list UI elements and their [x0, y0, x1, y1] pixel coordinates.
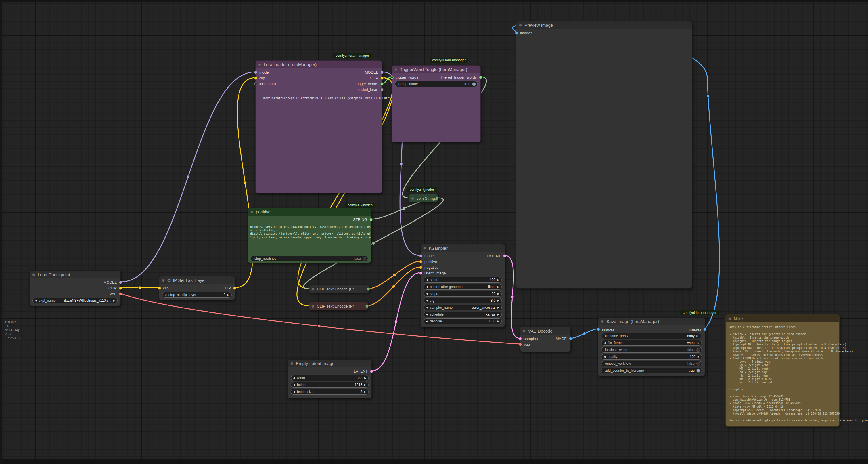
node-header-vae-decode[interactable]: VAE Decode: [520, 327, 570, 335]
node-header-note[interactable]: Note: [726, 315, 839, 322]
output-slot-CLIP[interactable]: [233, 287, 236, 290]
node-header-ksampler[interactable]: KSampler: [421, 244, 504, 252]
input-slot-negative[interactable]: [419, 266, 422, 269]
decrement-arrow-icon[interactable]: ◀: [424, 284, 430, 289]
increment-arrow-icon[interactable]: ▶: [495, 312, 501, 317]
widget-height[interactable]: ◀height1216▶: [291, 382, 369, 388]
toggle-knob[interactable]: [696, 362, 700, 366]
node-ksampler[interactable]: KSamplermodelpositivenegativelatent_imag…: [420, 244, 505, 327]
decrement-arrow-icon[interactable]: ◀: [291, 382, 297, 387]
collapse-toggle-icon[interactable]: [311, 288, 314, 291]
decrement-arrow-icon[interactable]: ◀: [424, 277, 430, 283]
widget-batch-size[interactable]: ◀batch_size3▶: [291, 389, 369, 395]
node-vae-decode[interactable]: VAE DecodesamplesvaeIMAGE: [520, 327, 571, 352]
toggle-knob[interactable]: [363, 257, 366, 261]
increment-arrow-icon[interactable]: ▶: [495, 319, 501, 324]
input-slot-positive[interactable]: [419, 260, 422, 263]
output-slot-trigger_words[interactable]: [380, 82, 383, 85]
output-slot-filtered_trigger_words[interactable]: [479, 76, 482, 79]
output-slot-VAE[interactable]: [119, 292, 122, 295]
output-slot-dot[interactable]: [365, 304, 369, 308]
node-note[interactable]: NoteAvailable filename_prefix Pattern Co…: [725, 314, 840, 427]
node-text-content[interactable]: Available filename_prefix Pattern Codes …: [730, 326, 868, 422]
input-slot-lora_stack[interactable]: [254, 82, 257, 85]
input-slot-images[interactable]: [515, 31, 518, 34]
decrement-arrow-icon[interactable]: ◀: [424, 305, 430, 310]
input-slot-clip[interactable]: [254, 77, 257, 80]
increment-arrow-icon[interactable]: ▶: [362, 375, 368, 381]
node-preview-image[interactable]: Preview Imageimages: [516, 21, 692, 289]
node-header-join-strings[interactable]: Join Strings: [408, 195, 438, 202]
decrement-arrow-icon[interactable]: ◀: [601, 340, 608, 346]
widget-stop-at-clip-layer[interactable]: ◀stop_at_clip_layer-2▶: [162, 292, 232, 298]
increment-arrow-icon[interactable]: ▶: [695, 354, 702, 359]
input-slot-model[interactable]: [419, 254, 422, 257]
decrement-arrow-icon[interactable]: ◀: [424, 319, 430, 324]
input-slot-model[interactable]: [254, 71, 257, 74]
widget-group-mode[interactable]: group_modetrue: [395, 81, 477, 87]
widget-steps[interactable]: ◀steps20▶: [424, 291, 502, 297]
widget-control-after-generate[interactable]: ◀control after generatefixed▶: [424, 284, 502, 290]
node-text-content[interactable]: <lora:CreateConcept_Illustrious:0.8> <lo…: [262, 96, 403, 100]
widget-add-counter-to-filename[interactable]: add_counter_to_filenametrue: [601, 368, 702, 373]
widget-lossless-webp[interactable]: lossless_webpfalse: [601, 347, 702, 353]
increment-arrow-icon[interactable]: ▶: [495, 291, 501, 296]
input-slot-images[interactable]: [597, 328, 600, 331]
output-slot-dot[interactable]: [367, 287, 370, 291]
output-slot-MODEL[interactable]: [380, 71, 383, 74]
widget-denoise[interactable]: ◀denoise1.00▶: [424, 318, 502, 324]
output-slot-dot[interactable]: [435, 197, 438, 200]
input-slot-latent_image[interactable]: [419, 271, 422, 275]
node-header-clip-set-last-layer[interactable]: CLIP Set Last Layer: [159, 277, 235, 284]
node-header-positive-prompt[interactable]: positive: [248, 208, 371, 216]
output-slot-IMAGE[interactable]: [569, 337, 572, 340]
node-header-clip-text-encode-negative[interactable]: CLIP Text Encode (Pr: [309, 302, 368, 310]
input-slot-vae[interactable]: [519, 343, 522, 346]
widget-quality[interactable]: ◀quality100▶: [601, 354, 702, 359]
increment-arrow-icon[interactable]: ▶: [495, 298, 501, 303]
increment-arrow-icon[interactable]: ▶: [111, 298, 117, 303]
node-clip-text-encode-negative[interactable]: CLIP Text Encode (Pr: [309, 302, 368, 310]
node-header-triggerword-toggle[interactable]: TriggerWord Toggle (LoraManager): [392, 65, 480, 74]
widget-seed[interactable]: ◀seed409▶: [424, 277, 502, 283]
increment-arrow-icon[interactable]: ▶: [495, 284, 501, 289]
node-save-image[interactable]: Save Image (LoraManager)imagesimagesfile…: [598, 317, 705, 376]
node-load-checkpoint[interactable]: Load CheckpointMODELCLIPVAE◀ckpt_nameil\…: [29, 270, 121, 306]
decrement-arrow-icon[interactable]: ◀: [291, 389, 297, 395]
toggle-knob[interactable]: [696, 348, 700, 352]
decrement-arrow-icon[interactable]: ◀: [424, 312, 430, 317]
output-slot-images[interactable]: [703, 328, 706, 331]
toggle-knob[interactable]: [696, 369, 700, 373]
output-slot-LATENT[interactable]: [503, 254, 506, 257]
output-slot-LATENT[interactable]: [370, 370, 373, 373]
increment-arrow-icon[interactable]: ▶: [495, 277, 501, 283]
widget-embed-workflow[interactable]: embed_workflowfalse: [601, 361, 702, 367]
input-slot-samples[interactable]: [519, 337, 522, 340]
node-clip-set-last-layer[interactable]: CLIP Set Last LayerclipCLIP◀stop_at_clip…: [159, 276, 235, 300]
increment-arrow-icon[interactable]: ▶: [695, 340, 702, 346]
output-slot-CLIP[interactable]: [380, 77, 383, 80]
node-header-save-image[interactable]: Save Image (LoraManager): [598, 318, 705, 325]
node-header-lora-loader[interactable]: Lora Loader (LoraManager): [256, 61, 382, 68]
input-slot-trigger_words[interactable]: [391, 76, 394, 79]
widget-file-format[interactable]: ◀file_formatwebp▶: [601, 340, 702, 346]
node-header-preview-image[interactable]: Preview Image: [516, 21, 692, 29]
node-clip-text-encode-positive[interactable]: CLIP Text Encode (Pr: [309, 285, 370, 293]
output-slot-MODEL[interactable]: [119, 281, 122, 284]
node-header-clip-text-encode-positive[interactable]: CLIP Text Encode (Pr: [309, 285, 369, 293]
node-lora-loader[interactable]: Lora Loader (LoraManager)modelcliplora_s…: [255, 60, 382, 193]
collapse-toggle-icon[interactable]: [311, 305, 314, 308]
widget-width[interactable]: ◀width832▶: [291, 375, 369, 381]
node-triggerword-toggle[interactable]: TriggerWord Toggle (LoraManager)trigger_…: [392, 65, 481, 142]
node-empty-latent-image[interactable]: Empty Latent ImageLATENT◀width832▶◀heigh…: [287, 359, 372, 399]
output-slot-loaded_loras[interactable]: [380, 88, 383, 91]
toggle-knob[interactable]: [472, 82, 476, 86]
decrement-arrow-icon[interactable]: ◀: [601, 354, 608, 359]
decrement-arrow-icon[interactable]: ◀: [162, 292, 168, 297]
widget-sampler-name[interactable]: ◀sampler_nameeuler_ancestral▶: [424, 304, 502, 310]
node-join-strings[interactable]: Join Strings: [408, 194, 438, 202]
increment-arrow-icon[interactable]: ▶: [362, 389, 368, 395]
output-slot-STRING[interactable]: [369, 218, 373, 221]
widget-cfg[interactable]: ◀cfg8.0▶: [424, 298, 502, 303]
node-positive-prompt[interactable]: positiveSTRINGstrip_newlinesfalsehighres…: [248, 208, 371, 263]
